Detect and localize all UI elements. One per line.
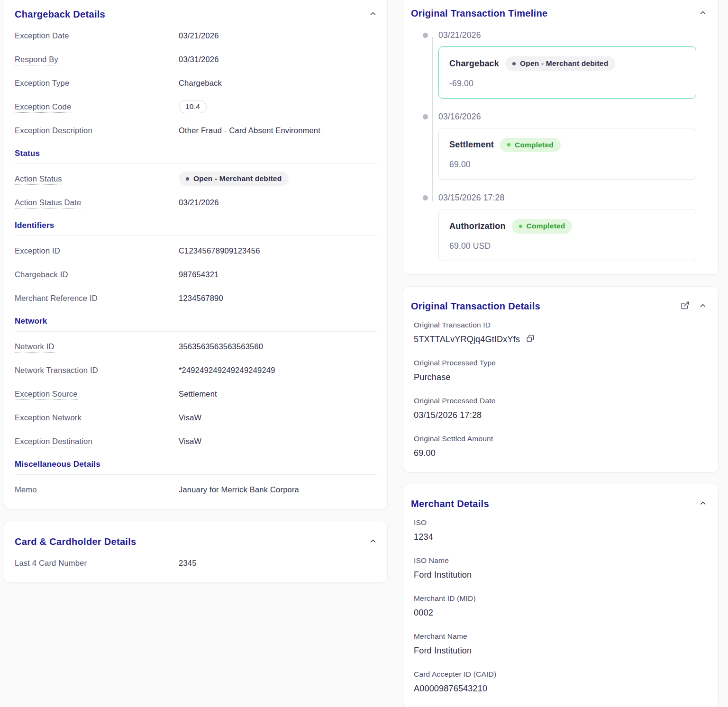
timeline-dot-icon <box>423 195 428 200</box>
field-row-exception-date: Exception Date 03/21/2026 <box>15 24 377 47</box>
field-row-network-transaction-id: Network Transaction ID *2492492492492492… <box>15 358 377 382</box>
field-label: Exception Type <box>15 79 69 87</box>
transaction-details-body: Original Transaction ID 5TXTTALvYRQjq4Gt… <box>403 312 718 472</box>
field-row-exception-id: Exception ID C12345678909123456 <box>15 239 377 263</box>
status-badge: Open - Merchant debited <box>179 172 289 186</box>
event-name: Chargeback <box>449 59 499 69</box>
timeline-event-card[interactable]: Authorization Completed 69.00 USD <box>438 209 696 261</box>
section-header-identifiers: Identifiers <box>15 214 377 236</box>
collapse-button[interactable] <box>699 9 707 18</box>
event-amount: 69.00 USD <box>449 241 685 251</box>
field-iso: ISO 1234 <box>414 518 707 543</box>
card-cardholder-panel: Card & Cardholder Details Last 4 Card Nu… <box>4 521 388 583</box>
field-label: Last 4 Card Number <box>15 559 87 567</box>
open-transaction-button[interactable] <box>681 301 690 311</box>
timeline-event-authorization: 03/15/2026 17:28 Authorization Completed… <box>438 192 710 261</box>
section-header-status: Status <box>15 142 377 164</box>
field-merchant-name: Merchant Name Ford Institution <box>414 632 707 656</box>
timeline-date: 03/21/2026 <box>438 29 710 41</box>
collapse-button[interactable] <box>369 10 377 19</box>
collapse-button[interactable] <box>699 499 707 508</box>
field-row-exception-source: Exception Source Settlement <box>15 382 377 406</box>
field-value: Ford Institution <box>414 570 707 580</box>
timeline-event-card[interactable]: Chargeback Open - Merchant debited -69.0… <box>438 46 696 99</box>
panel-title: Chargeback Details <box>15 9 105 20</box>
field-label-tooltip[interactable]: Exception Code <box>15 102 71 113</box>
field-label-tooltip[interactable]: Exception Destination <box>15 437 92 447</box>
field-label: ISO Name <box>414 556 707 565</box>
field-value: Purchase <box>414 372 707 383</box>
field-value: *249249249249249249249 <box>179 366 275 375</box>
field-value: 03/15/2026 17:28 <box>414 410 707 421</box>
field-label: Merchant Name <box>414 632 707 641</box>
timeline-event-chargeback: 03/21/2026 Chargeback Open - Merchant de… <box>438 29 710 99</box>
field-row-exception-type: Exception Type Chargeback <box>15 71 377 95</box>
field-value: VisaW <box>179 437 201 446</box>
field-label-tooltip[interactable]: Network Transaction ID <box>15 366 98 376</box>
status-dot-icon <box>186 177 189 181</box>
field-value: 5TXTTALvYRQjq4GtIDxYfs <box>414 334 520 345</box>
timeline-dot-icon <box>423 114 428 119</box>
merchant-details-body: ISO 1234 ISO Name Ford Institution Merch… <box>403 509 718 707</box>
field-value: A00009876543210 <box>414 683 707 694</box>
field-label: ISO <box>414 518 707 527</box>
transaction-details-header: Original Transaction Details <box>403 287 718 312</box>
chevron-up-icon <box>369 537 377 546</box>
panel-title: Merchant Details <box>411 499 489 509</box>
field-value: 2345 <box>179 559 197 568</box>
field-row-exception-network: Exception Network VisaW <box>15 406 377 429</box>
field-row-exception-code: Exception Code 10.4 <box>15 95 377 118</box>
original-transaction-details-panel: Original Transaction Details <box>403 286 719 472</box>
field-value: 987654321 <box>179 270 218 279</box>
chargeback-details-panel: Chargeback Details Exception Date 03/21/… <box>4 0 388 509</box>
collapse-button[interactable] <box>699 302 707 311</box>
field-value: 3563563563563563560 <box>179 342 263 351</box>
field-value: C12345678909123456 <box>179 246 260 255</box>
field-row-action-status: Action Status Open - Merchant debited <box>15 167 377 190</box>
timeline-date: 03/15/2026 17:28 <box>438 192 710 203</box>
field-row-action-status-date: Action Status Date 03/21/2026 <box>15 190 377 214</box>
field-value: 03/31/2026 <box>179 55 219 64</box>
timeline-event-settlement: 03/16/2026 Settlement Completed 69.00 <box>438 111 710 180</box>
collapse-button[interactable] <box>369 537 377 546</box>
field-iso-name: ISO Name Ford Institution <box>414 556 707 580</box>
copy-button[interactable] <box>526 335 534 344</box>
field-label: Exception ID <box>15 246 60 255</box>
field-original-processed-type: Original Processed Type Purchase <box>414 358 707 383</box>
field-original-transaction-id: Original Transaction ID 5TXTTALvYRQjq4Gt… <box>414 320 707 345</box>
field-value: 1234 <box>414 532 707 543</box>
timeline-event-card[interactable]: Settlement Completed 69.00 <box>438 128 696 180</box>
field-label-tooltip[interactable]: Respond By <box>15 55 58 65</box>
chevron-up-icon <box>699 499 707 508</box>
field-original-settled-amount: Original Settled Amount 69.00 <box>414 434 707 459</box>
field-row-last4: Last 4 Card Number 2345 <box>15 551 377 575</box>
field-row-respond-by: Respond By 03/31/2026 <box>15 47 377 71</box>
panel-title: Original Transaction Timeline <box>411 8 547 19</box>
field-label-tooltip[interactable]: Network ID <box>15 342 55 353</box>
field-row-memo: Memo January for Merrick Bank Corpora <box>15 478 377 501</box>
field-value: 0002 <box>414 607 707 618</box>
status-dot-icon <box>507 143 510 146</box>
timeline-dot-icon <box>423 33 428 38</box>
field-label: Exception Date <box>15 31 69 40</box>
field-label: Original Transaction ID <box>414 320 707 330</box>
timeline-line <box>432 37 433 201</box>
transaction-timeline-panel: Original Transaction Timeline 03/21/2026 <box>403 0 719 275</box>
chevron-up-icon <box>369 10 377 19</box>
field-label-tooltip[interactable]: Action Status Date <box>15 198 81 208</box>
chargeback-details-header: Chargeback Details <box>4 0 387 20</box>
field-label-tooltip[interactable]: Action Status <box>15 174 62 185</box>
field-value: January for Merrick Bank Corpora <box>179 485 299 494</box>
field-value: Chargeback <box>179 79 222 88</box>
field-label: Merchant ID (MID) <box>414 594 707 603</box>
field-label: Merchant Reference ID <box>15 294 98 302</box>
field-row-exception-description: Exception Description Other Fraud - Card… <box>15 118 377 142</box>
card-cardholder-body: Last 4 Card Number 2345 <box>4 547 387 582</box>
field-label-tooltip[interactable]: Exception Source <box>15 390 78 400</box>
event-amount: 69.00 <box>449 160 685 170</box>
field-label: Chargeback ID <box>15 270 68 279</box>
field-label: Memo <box>15 485 37 494</box>
section-header-miscellaneous: Miscellaneous Details <box>15 453 377 475</box>
merchant-details-panel: Merchant Details ISO 1234 ISO Name Ford … <box>403 484 719 707</box>
external-link-icon <box>681 301 690 311</box>
